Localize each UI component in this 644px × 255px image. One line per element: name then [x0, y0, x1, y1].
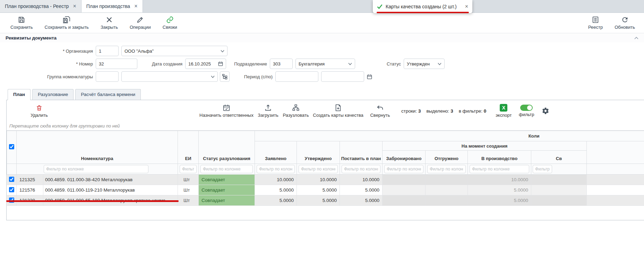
filter-cell-reserved: [383, 164, 426, 175]
filter-input-status[interactable]: [200, 165, 253, 173]
section-title: Реквизиты документа: [6, 35, 57, 41]
column-header-to-plan[interactable]: Поставить в план: [340, 141, 383, 164]
column-header-nomenclature[interactable]: Номенклатура: [17, 131, 178, 164]
status-value: Утвержден: [407, 61, 430, 67]
table-row[interactable]: 121325 000.4859. 011.000-38-420 Металлор…: [7, 175, 644, 185]
tab-plan[interactable]: План: [8, 89, 31, 100]
filter-input-free[interactable]: [533, 165, 552, 173]
save-label: Сохранить: [10, 25, 33, 30]
delete-label: Удалить: [31, 113, 48, 118]
calendar-person-icon: [223, 104, 230, 112]
registry-button[interactable]: Реестр: [588, 16, 603, 30]
column-header-declared[interactable]: Заявлено: [255, 141, 297, 164]
row-checkbox[interactable]: [9, 187, 14, 192]
number-label: * Номер: [6, 61, 93, 67]
nomenclature-tree-button[interactable]: [220, 71, 230, 82]
explode-button[interactable]: Разузловать: [281, 104, 311, 118]
links-button[interactable]: Связки: [163, 16, 177, 30]
collapse-chevron-icon[interactable]: [634, 35, 638, 41]
toast-message: Карты качества созданы (2 шт.): [386, 4, 457, 9]
cell-reserved: [383, 175, 426, 185]
column-header-free[interactable]: Св: [531, 151, 587, 164]
period-from-field[interactable]: [275, 71, 318, 82]
refresh-button[interactable]: Обновить: [615, 16, 635, 30]
collapse-label: Свернуть: [370, 113, 390, 118]
chevron-down-icon: [211, 76, 215, 78]
delete-button[interactable]: Удалить: [28, 104, 50, 118]
column-header-in-production[interactable]: В производство: [468, 151, 531, 164]
select-all-checkbox[interactable]: [9, 144, 14, 149]
column-header-empty: [587, 141, 644, 164]
division-code-field[interactable]: [270, 59, 293, 69]
filter-input-to-plan[interactable]: [342, 165, 380, 173]
period-to-field[interactable]: [321, 71, 364, 82]
column-header-unit[interactable]: ЕИ: [178, 131, 199, 164]
cell-id: 121325: [17, 175, 43, 185]
group-by-hint[interactable]: Перетащите сюда колонку для группировки …: [7, 122, 644, 131]
filter-toggle[interactable]: фильтр: [517, 105, 535, 117]
cell-filler: [587, 175, 644, 185]
filter-input-unit[interactable]: [180, 165, 197, 173]
division-select[interactable]: Бухгалтерия: [295, 59, 355, 69]
row-checkbox[interactable]: [9, 177, 14, 182]
cell-declared: 10.0000: [255, 175, 297, 185]
collapse-button[interactable]: Свернуть: [369, 104, 392, 118]
group-header-quantity: Коли: [255, 131, 644, 141]
table-row[interactable]: 121576 000.4859. 011.000-119-210 Металло…: [7, 185, 644, 195]
status-select[interactable]: Утвержден: [404, 59, 445, 69]
date-field[interactable]: 16.10.2025: [185, 59, 226, 69]
cell-free: [531, 185, 587, 195]
tab-plan-registry[interactable]: План производства - Реестр ×: [0, 0, 81, 12]
column-header-status[interactable]: Статус разузлования: [199, 131, 255, 164]
group-header-at-creation: На момент создания: [383, 141, 587, 151]
column-header-approved[interactable]: Утверждено: [297, 141, 340, 164]
filter-input-in-production[interactable]: [470, 165, 529, 173]
excel-icon: X: [500, 104, 507, 112]
filter-row: [7, 164, 644, 175]
create-quality-cards-button[interactable]: Создать карты качества: [311, 104, 365, 118]
filter-input-nomenclature[interactable]: [44, 165, 148, 173]
close-button[interactable]: Закрыть: [101, 16, 118, 30]
operations-button[interactable]: Операции: [130, 16, 151, 30]
number-field[interactable]: [96, 59, 137, 69]
requisites-section-header[interactable]: Реквизиты документа: [0, 33, 644, 42]
nomenclature-group-code-field[interactable]: [96, 71, 119, 82]
nomenclature-group-select[interactable]: [121, 71, 218, 82]
filter-input-shipped[interactable]: [427, 165, 466, 173]
column-header-shipped[interactable]: Отгружено: [426, 151, 468, 164]
organization-select[interactable]: ООО "Альфа": [121, 46, 227, 56]
document-form: * Организация ООО "Альфа" * Номер Дата с…: [0, 42, 644, 88]
date-label: Дата создания: [137, 61, 182, 67]
column-header-reserved[interactable]: Забронировано: [383, 151, 426, 164]
operations-label: Операции: [130, 25, 151, 30]
tab-close-icon[interactable]: ×: [73, 3, 76, 9]
organization-label: * Организация: [6, 49, 93, 54]
filter-input-reserved[interactable]: [384, 165, 423, 173]
period-calendar-button[interactable]: [367, 74, 372, 79]
tab-close-icon[interactable]: ×: [134, 3, 137, 9]
cell-status: Совпадает: [199, 175, 255, 185]
save-button[interactable]: Сохранить: [10, 16, 33, 30]
status-label: Статус: [355, 61, 401, 67]
grid-settings-button[interactable]: [542, 107, 549, 115]
filter-input-approved[interactable]: [299, 165, 338, 173]
toast-close-icon[interactable]: ×: [465, 3, 468, 10]
cell-nomenclature: 000.4859. 011.000-38-420 Металлорукав: [43, 175, 178, 185]
tab-plan-document[interactable]: План производства ×: [81, 0, 143, 12]
tab-explosion[interactable]: Разузлование: [32, 89, 74, 100]
toolbar-right-group: Реестр Обновить: [576, 16, 635, 30]
filter-input-declared[interactable]: [257, 165, 295, 173]
form-row-organization: * Организация ООО "Альфа": [6, 46, 644, 56]
filter-cell-approved: [297, 164, 340, 175]
organization-code-field[interactable]: [96, 46, 119, 56]
save-and-close-button[interactable]: Сохранить и закрыть: [45, 16, 89, 30]
cell-to-plan: 5.0000: [340, 185, 383, 195]
assign-responsible-button[interactable]: Назначить ответственных: [199, 104, 254, 118]
links-icon: [166, 16, 174, 24]
chevron-down-icon: [348, 63, 352, 65]
tab-time-balance[interactable]: Расчёт баланса времени: [75, 89, 141, 100]
filter-cell-empty: [7, 164, 17, 175]
load-button[interactable]: Загрузить: [256, 104, 281, 118]
export-button[interactable]: X экспорт: [494, 104, 513, 118]
toggle-on-icon[interactable]: [520, 105, 533, 111]
